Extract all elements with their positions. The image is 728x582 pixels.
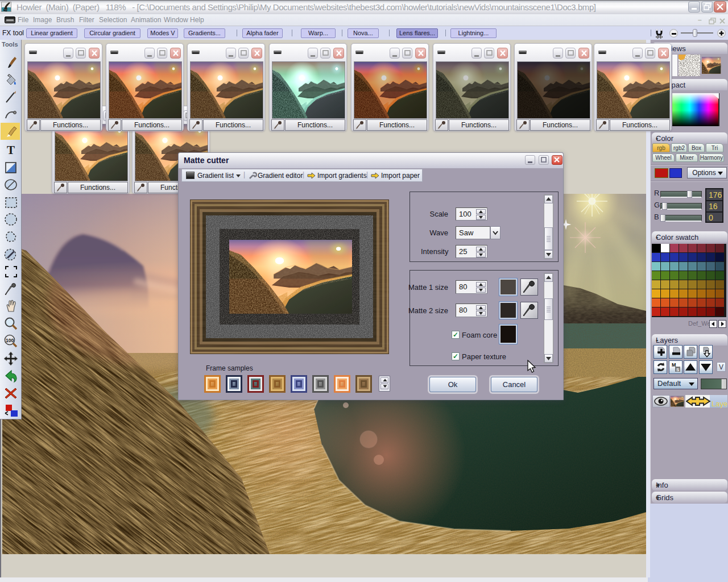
- svg-text:100: 100: [6, 338, 14, 343]
- svg-text:S: S: [676, 367, 680, 372]
- svg-text:T: T: [7, 143, 15, 157]
